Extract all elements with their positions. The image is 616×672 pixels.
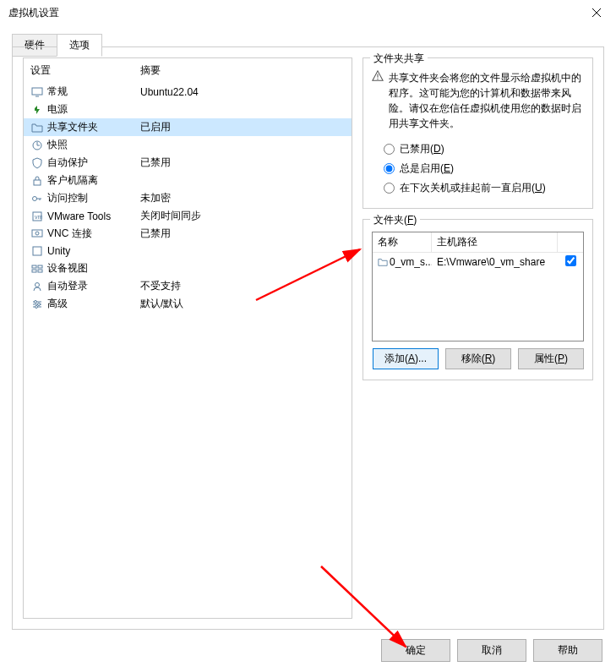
folders-buttons: 添加(A)... 移除(R) 属性(P) [372,348,584,369]
settings-list-panel: 设置 摘要 常规Ubuntu22.04电源共享文件夹已启用快照自动保护已禁用客户… [23,57,352,619]
folder-check-cell[interactable] [558,254,583,270]
setting-name: 快照 [47,138,140,152]
setting-summary: 已禁用 [140,156,345,170]
settings-row[interactable]: VNC 连接已禁用 [24,225,352,243]
settings-row[interactable]: 常规Ubuntu22.04 [24,83,352,101]
setting-name: 共享文件夹 [47,120,140,134]
share-warning-text: 共享文件夹会将您的文件显示给虚拟机中的程序。这可能为您的计算机和数据带来风险。请… [389,70,584,131]
setting-name: 常规 [47,85,140,99]
lock-icon [30,174,44,188]
help-button[interactable]: 帮助 [533,639,602,662]
setting-name: 高级 [47,297,140,311]
setting-summary: 未加密 [140,191,345,205]
appliance-icon [30,262,44,276]
svg-point-20 [35,282,40,287]
settings-row[interactable]: 自动保护已禁用 [24,154,352,172]
remove-folder-button[interactable]: 移除(R) [445,348,511,369]
settings-row[interactable]: 客户机隔离 [24,172,352,189]
radio-always[interactable]: 总是启用(E) [384,159,584,178]
autologin-icon [30,280,44,293]
close-button[interactable] [577,0,616,25]
svg-rect-13 [32,230,42,237]
unity-icon [30,244,44,258]
setting-name: Unity [47,245,140,257]
settings-row[interactable]: 共享文件夹已启用 [24,118,352,136]
svg-point-8 [33,196,37,200]
power-icon [30,103,44,117]
settings-row[interactable]: 快照 [24,136,352,154]
advanced-icon [30,298,44,311]
settings-row[interactable]: 高级默认/默认 [24,295,352,313]
settings-row[interactable]: vmVMware Tools关闭时间同步 [24,207,352,225]
setting-summary: Ubuntu22.04 [140,86,345,98]
shield-icon [30,156,44,170]
settings-row[interactable]: 自动登录不受支持 [24,277,352,295]
folder-icon [30,121,44,134]
settings-row[interactable]: 电源 [24,101,352,118]
svg-rect-15 [33,247,41,255]
monitor-icon [30,85,44,99]
svg-rect-16 [32,265,36,268]
setting-name: 客户机隔离 [47,173,140,188]
close-icon [592,8,601,17]
content-area: 设置 摘要 常规Ubuntu22.04电源共享文件夹已启用快照自动保护已禁用客户… [13,47,603,629]
dialog-footer: 确定 取消 帮助 [381,639,602,662]
folders-thead: 名称 主机路径 [373,232,583,253]
right-panel: 文件夹共享 共享文件夹会将您的文件显示给虚拟机中的程序。这可能为您的计算机和数据… [352,47,603,629]
setting-name: VMware Tools [47,210,140,222]
setting-name: VNC 连接 [47,227,140,241]
svg-point-24 [35,300,37,303]
svg-rect-18 [32,270,36,272]
folder-icon [378,257,388,267]
setting-name: 访问控制 [47,191,140,205]
setting-summary: 已启用 [140,120,345,134]
th-path[interactable]: 主机路径 [432,232,558,252]
th-name[interactable]: 名称 [373,232,432,252]
folders-group-title: 文件夹(F) [370,213,420,227]
setting-summary: 不受支持 [140,279,345,293]
vnc-icon [30,227,44,241]
svg-rect-17 [38,265,42,268]
radio-disabled[interactable]: 已禁用(D) [384,139,584,159]
radio-always-input[interactable] [384,163,395,174]
svg-point-28 [377,79,378,79]
tab-options[interactable]: 选项 [57,34,102,57]
radio-until-shutdown[interactable]: 在下次关机或挂起前一直启用(U) [384,178,584,198]
svg-text:vm: vm [35,214,43,220]
folders-table[interactable]: 名称 主机路径 0_vm_s...E:\Vmware\0_vm_share [372,232,584,341]
share-radio-group: 已禁用(D) 总是启用(E) 在下次关机或挂起前一直启用(U) [384,139,584,198]
folder-properties-button[interactable]: 属性(P) [518,348,584,369]
setting-summary: 默认/默认 [140,297,345,311]
setting-summary: 关闭时间同步 [140,209,345,223]
settings-list: 常规Ubuntu22.04电源共享文件夹已启用快照自动保护已禁用客户机隔离访问控… [24,83,352,618]
folder-name-cell: 0_vm_s... [373,254,432,270]
settings-row[interactable]: 设备视图 [24,260,352,277]
setting-name: 自动保护 [47,156,140,170]
ok-button[interactable]: 确定 [381,639,450,662]
window-title: 虚拟机设置 [8,6,59,20]
header-summary: 摘要 [140,63,345,78]
cancel-button[interactable]: 取消 [457,639,526,662]
settings-row[interactable]: Unity [24,243,352,260]
svg-point-25 [38,303,41,305]
vmtools-icon: vm [30,210,44,223]
svg-point-26 [35,305,38,308]
header-setting: 设置 [30,63,140,78]
folder-row[interactable]: 0_vm_s...E:\Vmware\0_vm_share [373,253,583,271]
svg-rect-2 [32,88,42,95]
setting-name: 自动登录 [47,279,140,293]
titlebar: 虚拟机设置 [0,0,616,25]
share-group: 文件夹共享 共享文件夹会将您的文件显示给虚拟机中的程序。这可能为您的计算机和数据… [363,57,593,209]
folder-path-cell: E:\Vmware\0_vm_share [432,254,558,270]
setting-name: 设备视图 [47,261,140,276]
radio-disabled-input[interactable] [384,144,395,155]
add-folder-button[interactable]: 添加(A)... [373,348,439,369]
warning-icon [372,70,384,131]
svg-rect-19 [38,270,42,272]
setting-name: 电源 [47,102,140,117]
radio-until-input[interactable] [384,183,395,194]
settings-row[interactable]: 访问控制未加密 [24,189,352,207]
folders-group: 文件夹(F) 名称 主机路径 0_vm_s...E:\Vmware\0_vm_s… [363,219,593,380]
share-warning: 共享文件夹会将您的文件显示给虚拟机中的程序。这可能为您的计算机和数据带来风险。请… [372,70,584,131]
share-group-title: 文件夹共享 [370,52,428,66]
